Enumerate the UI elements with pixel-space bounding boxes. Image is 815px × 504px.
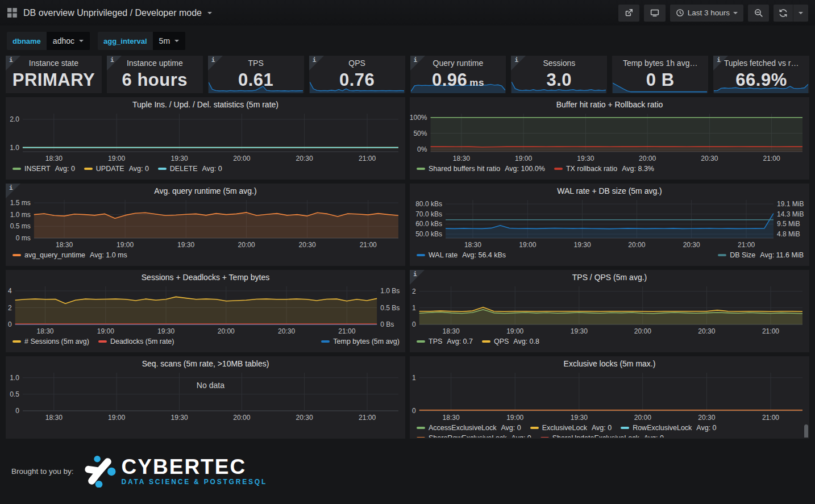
legend-item[interactable]: ExclusiveLockAvg: 0 bbox=[530, 424, 612, 432]
footer: Brought to you by: CYBERTEC DATA SCIENCE… bbox=[0, 439, 815, 488]
chart-panel-title[interactable]: Tuple Ins. / Upd. / Del. statistics (5m … bbox=[6, 97, 405, 111]
share-button[interactable] bbox=[618, 5, 639, 22]
panel-info-corner[interactable] bbox=[410, 270, 425, 285]
svg-text:21:00: 21:00 bbox=[738, 241, 755, 249]
chart-legend: # Sessions (5m avg)Deadlocks (5m rate) T… bbox=[6, 337, 405, 345]
refresh-interval-dropdown[interactable] bbox=[793, 5, 808, 22]
legend-item[interactable]: DELETEAvg: 0 bbox=[158, 165, 222, 173]
legend-item[interactable]: UPDATEAvg: 0 bbox=[84, 165, 149, 173]
svg-text:1: 1 bbox=[412, 304, 416, 312]
svg-text:19:00: 19:00 bbox=[506, 414, 523, 422]
chart-panel-title[interactable]: Seq. scans (5m rate, >10MB tables) bbox=[6, 356, 405, 370]
svg-text:0: 0 bbox=[412, 407, 416, 415]
dashboard: Instance state PRIMARY i Instance uptime… bbox=[0, 56, 815, 439]
chart-plot: 18:3019:0019:3020:0020:3021:000 ms0.5 ms… bbox=[6, 197, 405, 251]
panel-info-corner[interactable] bbox=[511, 56, 526, 70]
legend-item[interactable]: Shared buffers hit ratioAvg: 100.0% bbox=[417, 165, 545, 173]
svg-text:18:30: 18:30 bbox=[443, 327, 460, 335]
stat-panel-value: 0.96ms bbox=[410, 67, 506, 93]
svg-text:19:30: 19:30 bbox=[571, 414, 588, 422]
chart-legend: avg_query_runtimeAvg: 1.0 ms bbox=[6, 251, 405, 259]
legend-scrollbar[interactable] bbox=[804, 424, 808, 438]
info-icon: i bbox=[413, 270, 417, 278]
logo-tagline: DATA SCIENCE & POSTGRESQL bbox=[122, 478, 267, 486]
svg-text:50%: 50% bbox=[413, 130, 427, 138]
svg-text:14.3 MiB: 14.3 MiB bbox=[777, 210, 804, 218]
chart-panel-title[interactable]: TPS / QPS (5m avg.) bbox=[410, 270, 809, 284]
info-icon: i bbox=[717, 56, 721, 64]
legend-item[interactable]: Deadlocks (5m rate) bbox=[98, 338, 174, 345]
panel-info-corner[interactable] bbox=[6, 56, 20, 70]
svg-text:21:00: 21:00 bbox=[338, 327, 355, 335]
legend-item[interactable]: TPSAvg: 0.7 bbox=[417, 338, 473, 345]
legend-item[interactable]: TX rollback ratioAvg: 8.3% bbox=[554, 165, 654, 173]
chart-panels-grid: Tuple Ins. / Upd. / Del. statistics (5m … bbox=[6, 97, 809, 439]
time-range-picker[interactable]: Last 3 hours bbox=[670, 5, 743, 22]
legend-swatch bbox=[158, 168, 167, 170]
svg-text:20:30: 20:30 bbox=[698, 414, 715, 422]
legend-item[interactable]: AccessExclusiveLockAvg: 0 bbox=[417, 424, 521, 432]
svg-text:21:00: 21:00 bbox=[359, 414, 376, 422]
svg-text:4: 4 bbox=[8, 287, 12, 295]
legend-item[interactable]: avg_query_runtimeAvg: 1.0 ms bbox=[13, 251, 127, 259]
svg-text:19:00: 19:00 bbox=[515, 155, 532, 163]
svg-text:0 ms: 0 ms bbox=[16, 234, 31, 242]
chevron-down-icon[interactable] bbox=[207, 12, 212, 14]
panel-info-corner[interactable] bbox=[208, 56, 223, 70]
legend-item[interactable]: ShareUpdateExclusiveLockAvg: 0 bbox=[540, 434, 664, 438]
svg-text:20:30: 20:30 bbox=[278, 327, 295, 335]
svg-text:0.5 ms: 0.5 ms bbox=[10, 222, 31, 230]
chart-plot: 18:3019:0019:3020:0020:3021:0000.51.0No … bbox=[6, 370, 405, 423]
zoom-out-button[interactable] bbox=[748, 5, 769, 22]
svg-text:19:30: 19:30 bbox=[157, 327, 174, 335]
chart-panel-title[interactable]: WAL rate + DB size (5m avg.) bbox=[410, 184, 809, 197]
stat-panel-temp-bytes-1h-avg: Temp bytes 1h avg… 0 B bbox=[612, 56, 708, 93]
panel-info-corner[interactable] bbox=[6, 184, 20, 198]
legend-item[interactable]: QPSAvg: 0.8 bbox=[482, 338, 539, 345]
chart-legend: WAL rateAvg: 56.4 kBs DB SizeAvg: 11.6 M… bbox=[410, 251, 809, 259]
chevron-down-icon bbox=[733, 12, 738, 14]
legend-swatch bbox=[321, 340, 330, 343]
chart-panel-3: WAL rate + DB size (5m avg.) 18:3019:001… bbox=[410, 184, 809, 266]
legend-item[interactable]: DB SizeAvg: 11.6 MiB bbox=[718, 251, 804, 259]
svg-text:21:00: 21:00 bbox=[762, 414, 779, 422]
svg-text:21:00: 21:00 bbox=[359, 155, 376, 163]
chart-panel-1: Buffer hit ratio + Rollback ratio 18:301… bbox=[410, 97, 809, 180]
chart-panel-title[interactable]: Exclusive locks (5m max.) bbox=[410, 356, 809, 370]
svg-text:0: 0 bbox=[412, 320, 416, 328]
dashboard-grid-icon[interactable] bbox=[7, 7, 18, 18]
legend-item[interactable]: RowExclusiveLockAvg: 0 bbox=[621, 424, 716, 432]
panel-info-corner[interactable] bbox=[309, 56, 324, 70]
panel-info-corner[interactable] bbox=[107, 56, 122, 70]
legend-item[interactable]: WAL rateAvg: 56.4 kBs bbox=[417, 251, 506, 259]
refresh-button[interactable] bbox=[774, 5, 793, 22]
variable-bar: dbname adhoc agg_interval 5m bbox=[0, 26, 815, 56]
info-icon: i bbox=[211, 56, 215, 64]
legend-swatch bbox=[13, 340, 21, 343]
legend-item[interactable]: Temp bytes (5m avg) bbox=[321, 338, 400, 345]
tv-kiosk-button[interactable] bbox=[644, 5, 666, 22]
dashboard-title[interactable]: DB overview Unprivileged / Developer mod… bbox=[23, 8, 202, 18]
panel-info-corner[interactable] bbox=[713, 56, 728, 70]
stat-panel-instance-state: Instance state PRIMARY i bbox=[6, 56, 102, 93]
brought-to-you-by-label: Brought to you by: bbox=[11, 467, 74, 476]
chart-panel-title[interactable]: Sessions + Deadlocks + Temp bytes bbox=[6, 270, 405, 284]
variable-value-dropdown[interactable]: adhoc bbox=[47, 32, 90, 50]
chart-panel-title[interactable]: Avg. query runtime (5m avg.) bbox=[6, 184, 405, 197]
svg-text:19:00: 19:00 bbox=[108, 414, 125, 422]
legend-swatch bbox=[13, 254, 21, 256]
svg-text:9.5 MiB: 9.5 MiB bbox=[777, 220, 800, 228]
panel-info-corner[interactable] bbox=[410, 56, 425, 70]
chart-panel-title[interactable]: Buffer hit ratio + Rollback ratio bbox=[410, 97, 809, 111]
legend-item[interactable]: # Sessions (5m avg) bbox=[13, 338, 89, 345]
chart-plot: 18:3019:0019:3020:0020:3021:0050.0 kBs4.… bbox=[410, 197, 809, 251]
legend-item[interactable]: ShareRowExclusiveLockAvg: 0 bbox=[417, 434, 531, 438]
legend-swatch bbox=[98, 340, 107, 343]
refresh-icon bbox=[779, 9, 788, 18]
legend-item[interactable]: INSERTAvg: 0 bbox=[13, 165, 75, 173]
svg-text:70.0 kBs: 70.0 kBs bbox=[415, 210, 442, 218]
chart-panel-5: TPS / QPS (5m avg.) 18:3019:0019:3020:00… bbox=[410, 270, 809, 352]
svg-text:0%: 0% bbox=[417, 145, 427, 153]
stat-panel-title[interactable]: Temp bytes 1h avg… bbox=[612, 56, 708, 68]
variable-value-dropdown[interactable]: 5m bbox=[153, 32, 185, 50]
